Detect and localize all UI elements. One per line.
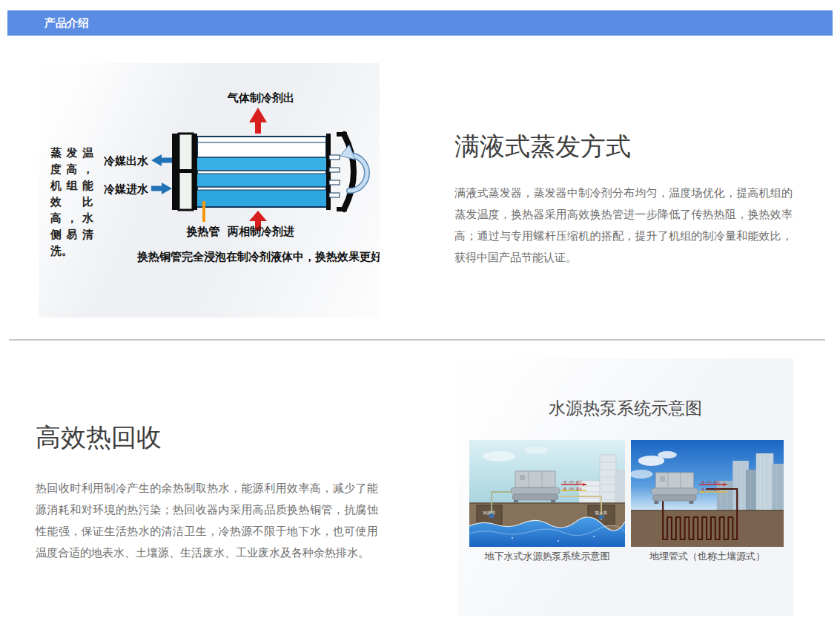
tube-label: 换热管 [186, 225, 220, 238]
water-out-arrow-icon [151, 154, 172, 166]
evaporator-diagram: 气体制冷剂出 冷媒出水 冷媒进水 换热管 两相制冷剂进 换热铜管 [39, 63, 380, 318]
section-header-bar: 产品介绍 [7, 10, 833, 36]
product-intro-page: 产品介绍 蒸发温度高，机组能效比高，水侧易清洗。 [0, 0, 840, 624]
water-out-label: 冷媒出水 [104, 154, 149, 168]
section-divider [9, 339, 825, 341]
water-in-arrow-icon [151, 183, 172, 194]
heat-recovery-heading: 高效热回收 [36, 421, 162, 453]
svg-text:热（冷）源水: 热（冷）源水 [563, 487, 583, 490]
ground-loop-system-image: 热（冷）源水 热（冷）源水 [631, 440, 784, 547]
heat-recovery-paragraph: 热回收时利用制冷产生的余热制取热水，能源利用效率高，减少了能源消耗和对环境的热污… [36, 478, 378, 564]
evaporator-heading: 满液式蒸发方式 [454, 131, 631, 162]
image-caption: 地埋管式（也称土壤源式） [631, 550, 784, 563]
water-in-label: 冷媒进水 [104, 183, 149, 196]
gas-out-arrow-icon [249, 108, 267, 134]
chiller-unit [511, 471, 560, 503]
groundwater-system-image: 回灌井 取水井 [469, 440, 625, 547]
two-phase-in-label: 两相制冷剂进 [227, 225, 294, 238]
image-caption: 地下水式水源热泵系统示意图 [469, 550, 625, 563]
svg-text:热（冷）源水: 热（冷）源水 [701, 487, 721, 491]
evaporator-diagram-panel: 蒸发温度高，机组能效比高，水侧易清洗。 [39, 63, 380, 318]
evaporator-paragraph: 满液式蒸发器，蒸发器中制冷剂分布均匀，温度场优化，提高机组的蒸发温度，换热器采用… [454, 183, 793, 269]
svg-text:热（冷）源水: 热（冷）源水 [563, 480, 583, 484]
diagram-caption: 换热铜管完全浸泡在制冷剂液体中，换热效果更好 [136, 250, 380, 263]
evaporator-drum [172, 132, 367, 211]
svg-text:热（冷）源水: 热（冷）源水 [701, 480, 721, 484]
gas-out-label: 气体制冷剂出 [227, 91, 294, 105]
heat-pump-panel: 水源热泵系统示意图 [457, 358, 793, 616]
chiller-unit [651, 473, 698, 504]
tube-pointer-line [202, 201, 205, 222]
page-title: 产品介绍 [44, 16, 89, 30]
heat-pump-panel-title: 水源热泵系统示意图 [457, 397, 793, 420]
